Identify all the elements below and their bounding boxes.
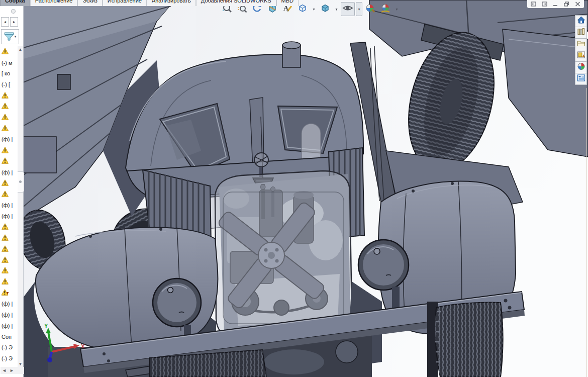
tree-item-label: (ф) | xyxy=(2,202,13,208)
feature-tree: (-) м[ ко(-) [(ф) |(ф) |(ф) |(ф) |(ф) |(… xyxy=(1,46,18,371)
tree-item-label: (ф) | xyxy=(2,213,13,219)
front-wheel-right[interactable] xyxy=(427,302,503,377)
tree-item[interactable] xyxy=(1,288,18,299)
tree-item[interactable] xyxy=(1,254,18,265)
warning-icon xyxy=(2,48,9,55)
close-button[interactable] xyxy=(574,1,581,7)
tree-item[interactable] xyxy=(1,156,18,167)
tree-item-label: (ф) | xyxy=(2,323,13,329)
graphics-area[interactable]: Y X xyxy=(0,0,588,377)
scroll-right-button[interactable]: ► xyxy=(10,368,14,373)
warning-icon xyxy=(2,234,9,242)
tree-item[interactable]: (ф) | xyxy=(1,298,18,309)
tab-MBD[interactable]: MBD xyxy=(276,0,299,6)
tree-item[interactable] xyxy=(1,189,18,200)
tree-item[interactable]: [ ко xyxy=(1,68,18,79)
tree-item[interactable] xyxy=(1,233,18,244)
radiator-grille[interactable] xyxy=(215,171,352,336)
tree-item[interactable] xyxy=(1,178,18,189)
window-controls xyxy=(527,0,584,8)
doc-window-next-button[interactable] xyxy=(541,1,548,7)
tree-item[interactable]: (-) Э xyxy=(1,342,18,353)
tree-item[interactable] xyxy=(1,222,18,233)
custom-properties-button[interactable] xyxy=(575,73,587,85)
minimize-button[interactable] xyxy=(552,1,559,7)
design-library-button[interactable] xyxy=(575,27,587,39)
tab-Добавления SOLIDWORKS[interactable]: Добавления SOLIDWORKS xyxy=(196,0,276,6)
scroll-left-button[interactable]: ◄ xyxy=(2,368,7,373)
filter-icon xyxy=(4,32,14,41)
tree-item[interactable]: (-) [ xyxy=(1,79,18,90)
scroll-up-button[interactable]: ▲ xyxy=(18,46,23,52)
scroll-down-button[interactable]: ▼ xyxy=(18,361,23,367)
tree-item[interactable] xyxy=(1,276,18,288)
tree-item-label: (ф) | xyxy=(2,301,13,307)
restore-button[interactable] xyxy=(563,1,570,7)
tree-item-label: (-) Э xyxy=(2,355,13,361)
edit-appearance-button[interactable] xyxy=(363,2,377,16)
tree-item[interactable]: (ф) | xyxy=(1,200,18,211)
apply-scene-dropdown[interactable]: ▾ xyxy=(394,2,400,16)
view-palette-button[interactable] xyxy=(575,50,587,62)
tree-item-label: [ ко xyxy=(2,70,10,76)
tree-item[interactable] xyxy=(1,123,18,134)
tree-item[interactable] xyxy=(1,90,18,101)
tree-vertical-scrollbar[interactable]: ▲ ▼ xyxy=(18,46,23,374)
tree-item[interactable]: (-) Э xyxy=(1,353,18,364)
tree-filter-button[interactable]: ▾ xyxy=(1,29,19,44)
filter-dropdown-caret[interactable]: ▾ xyxy=(15,35,17,39)
file-explorer-button[interactable] xyxy=(575,38,587,50)
view-orientation-icon xyxy=(298,3,308,15)
panel-nav-right-button[interactable]: ▸ xyxy=(10,17,18,27)
doc-window-previous-button[interactable] xyxy=(530,1,537,7)
tree-item[interactable]: (-) м xyxy=(1,57,18,68)
tree-horizontal-scrollbar[interactable]: ◄ ► xyxy=(1,367,24,374)
display-style-dropdown[interactable]: ▾ xyxy=(333,2,340,16)
tab-Сборка[interactable]: Сборка xyxy=(0,0,30,6)
tree-item-label: (-) м xyxy=(2,60,13,66)
tree-item[interactable]: (ф) | xyxy=(1,211,18,222)
tab-Эскиз[interactable]: Эскиз xyxy=(77,0,102,6)
warning-icon xyxy=(2,223,9,231)
solidworks-resources-button[interactable] xyxy=(575,15,587,27)
warning-icon xyxy=(2,125,9,132)
tree-item[interactable]: Соп xyxy=(1,331,18,342)
custom-properties-icon xyxy=(577,74,585,84)
tree-item[interactable]: (ф) | xyxy=(1,134,18,145)
tree-item[interactable] xyxy=(1,243,18,254)
command-manager-tabs: СборкаРасположениеЭскизИсправлениеАнализ… xyxy=(0,0,299,6)
tree-item[interactable] xyxy=(1,46,18,57)
appearances-scenes-button[interactable] xyxy=(575,61,587,73)
tree-item[interactable]: (ф) | xyxy=(1,309,18,320)
warning-icon xyxy=(2,179,9,187)
tree-item-label: (ф) | xyxy=(2,136,13,142)
tab-Анализировать[interactable]: Анализировать xyxy=(147,0,196,6)
apply-scene-icon xyxy=(380,3,390,15)
edit-appearance-icon xyxy=(365,3,375,15)
tab-Расположение[interactable]: Расположение xyxy=(30,0,78,6)
solidworks-window: { "command_tabs": { "items": [ {"label":… xyxy=(0,0,588,377)
panel-splitter-handle[interactable] xyxy=(18,171,24,193)
tree-item[interactable]: (ф) | xyxy=(1,167,18,178)
hide-show-items-dropdown[interactable]: ▾ xyxy=(356,2,362,16)
hide-show-items-button[interactable] xyxy=(341,2,355,16)
warning-icon xyxy=(2,147,9,154)
tree-item[interactable] xyxy=(1,112,18,123)
triad-y-label: Y xyxy=(44,323,48,329)
tree-item[interactable] xyxy=(1,145,18,156)
apply-scene-button[interactable] xyxy=(378,2,393,16)
display-style-button[interactable] xyxy=(318,2,332,16)
tree-item-label: (ф) | xyxy=(2,169,13,175)
panel-nav-left-button[interactable]: ◂ xyxy=(1,17,9,27)
tree-item[interactable] xyxy=(1,101,18,112)
tab-Исправление[interactable]: Исправление xyxy=(103,0,147,6)
tree-item[interactable]: (ф) | xyxy=(1,320,18,331)
warning-icon xyxy=(2,256,9,264)
file-explorer-icon xyxy=(577,39,585,49)
tree-item-label: Соп xyxy=(2,334,12,340)
view-orientation-dropdown[interactable]: ▾ xyxy=(311,2,317,16)
tree-item[interactable] xyxy=(1,265,18,276)
warning-icon xyxy=(2,157,9,165)
warning-icon xyxy=(2,92,9,100)
design-library-icon xyxy=(577,28,585,38)
